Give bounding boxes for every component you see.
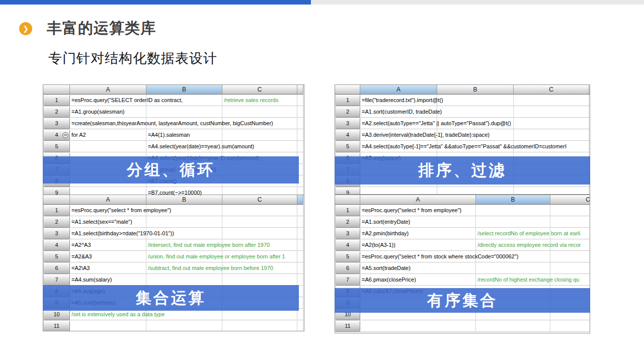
cell-a11 <box>70 320 146 331</box>
sheet-row: 11 <box>335 320 590 332</box>
cell-sliver <box>297 106 303 118</box>
sheet-row: 5=esProc.query("select * from stock wher… <box>335 251 590 262</box>
sheet-row: 2=A1.group(salesman) <box>43 106 304 118</box>
cell-a7: =A4.sum(salary) <box>70 274 146 286</box>
chevron-bullet-icon: ❯ <box>19 22 32 35</box>
cell-b9 <box>437 187 514 195</box>
row-header-4: 4 <box>335 129 360 141</box>
row-header-1: 1 <box>43 95 70 106</box>
cell-c3 <box>222 228 297 239</box>
cell-a2: =A1.group(salesman) <box>70 106 146 118</box>
row-header-5: 5 <box>335 141 360 152</box>
cell-sliver <box>297 205 303 216</box>
sheet-row: 2=A1.select(sex=="male") <box>43 216 304 228</box>
cell-sliver <box>297 118 303 129</box>
slide-subtitle: 专门针对结构化数据表设计 <box>48 49 217 67</box>
cell-c2 <box>514 106 589 118</box>
cell-a7: =A6.pmax(closePrice) <box>360 274 476 286</box>
cell-c1 <box>550 205 590 216</box>
cell-sliver <box>297 95 303 106</box>
cell-a1: =esProc.query("SELECT orderID as contrac… <box>70 95 146 106</box>
row-header-1: 1 <box>335 95 360 106</box>
cell-c4 <box>222 129 297 141</box>
row-header-1: 1 <box>335 205 360 216</box>
cell-c9 <box>514 187 589 195</box>
cell-a3: =A1.select(birthday>=date("1970-01-01")) <box>70 228 146 239</box>
cell-b5: =A4.select(year(date)==year).sum(amount) <box>146 141 222 152</box>
cell-sliver <box>297 216 303 228</box>
column-header-a: A <box>70 85 146 95</box>
cell-b6: /subtract, find out male employee born b… <box>146 262 222 274</box>
cell-a4: =A2^A3 <box>70 239 146 251</box>
row-header-5: 5 <box>43 141 70 152</box>
sheet-row: 6=A2\A3/subtract, find out male employee… <box>43 262 304 274</box>
corner-cell <box>335 195 360 205</box>
sheet-row: 1=esProc.query("SELECT orderID as contra… <box>43 95 304 106</box>
top-accent-bar-gray <box>311 0 644 5</box>
cell-sliver <box>297 239 303 251</box>
cell-b7 <box>146 274 222 286</box>
row-header-5: 5 <box>335 251 360 262</box>
row-header-2: 2 <box>43 106 70 118</box>
sheet-row: 4=A3.derive(interval(tradeDate[-1], trad… <box>335 129 590 141</box>
collapse-icon <box>62 132 68 138</box>
column-header-b: B <box>476 195 550 205</box>
column-header-c: C <box>222 85 297 95</box>
cell-c1: /retrieve sales records <box>222 95 297 106</box>
corner-cell <box>43 85 70 95</box>
cell-a5: =esProc.query("select * from stock where… <box>360 251 476 262</box>
cell-a2: =A1.select(sex=="male") <box>70 216 146 228</box>
sheet-row: 7=A6.pmax(closePrice)/recordNo of highes… <box>335 274 590 286</box>
cell-a3: =create(salesman,thisyearAmount, lastyea… <box>70 118 146 129</box>
cell-sliver <box>589 187 590 195</box>
column-header-a: A <box>70 195 146 205</box>
cell-c1 <box>222 205 297 216</box>
cell-b2 <box>476 216 550 228</box>
column-header-row: ABC <box>43 195 304 205</box>
cell-sliver <box>589 118 590 129</box>
sheet-row: 3=create(salesman,thisyearAmount, lastye… <box>43 118 304 129</box>
cell-sliver <box>589 95 590 106</box>
row-header-3: 3 <box>335 118 360 129</box>
sheet-row: 5=A2&A3/union, find out male employee or… <box>43 251 304 262</box>
column-header-sliver <box>589 85 590 95</box>
corner-cell <box>335 85 360 95</box>
sheet-row: 9 <box>335 187 590 195</box>
cell-b2 <box>437 106 514 118</box>
cell-b4: /directly access employee record via rec… <box>476 239 550 251</box>
sheet-row: 5=A4.select(year(date)==year).sum(amount… <box>43 141 304 152</box>
sheet-row: 11 <box>43 320 304 331</box>
sheet-row: 4for A2=A4(1).salesman <box>43 129 304 141</box>
sheet-row: 5=A4.select(autoType[-1]=="Jetta" &&atuo… <box>335 141 590 152</box>
cell-b2 <box>146 106 222 118</box>
sheet-row: 3=A1.select(birthday>=date("1970-01-01")… <box>43 228 304 239</box>
sheet-row: 4=A2^A3/intersect, find out male employe… <box>43 239 304 251</box>
cell-c2 <box>222 216 297 228</box>
cell-a5: =A4.select(autoType[-1]=="Jetta" &&atuoT… <box>360 141 437 152</box>
cell-a1: =esProc.query("select * from employee") <box>360 205 476 216</box>
cell-sliver <box>589 141 590 152</box>
sheet-row: 3=A2.pmin(birthday)/select recordNo of e… <box>335 228 590 239</box>
cell-a1: =esProc.query("select * from employee") <box>70 205 146 216</box>
cell-sliver <box>297 274 303 286</box>
column-header-row: ABC <box>335 195 590 205</box>
row-header-7: 7 <box>335 274 360 286</box>
column-header-c: C <box>514 85 589 95</box>
row-header-4: 4 <box>43 129 70 141</box>
column-header-row: ABC <box>335 85 590 95</box>
sheet-row: 1=esProc.query("select * from employee") <box>335 205 590 216</box>
column-header-a: A <box>360 85 437 95</box>
cell-a5: =A2&A3 <box>70 251 146 262</box>
cell-sliver <box>589 129 590 141</box>
cell-a3: =A2.pmin(birthday) <box>360 228 476 239</box>
cell-b6 <box>476 262 550 274</box>
row-header-4: 4 <box>43 239 70 251</box>
row-header-6: 6 <box>335 262 360 274</box>
row-header-3: 3 <box>43 118 70 129</box>
cell-b1 <box>437 95 514 106</box>
sheet-row: 1=esProc.query("select * from employee") <box>43 205 304 216</box>
cell-b2 <box>146 216 222 228</box>
cell-a6: =A5.sort(tradeDate) <box>360 262 476 274</box>
column-header-row: ABC <box>43 85 304 95</box>
sheet-row: 1=file("traderecord.txt").import@t() <box>335 95 590 106</box>
